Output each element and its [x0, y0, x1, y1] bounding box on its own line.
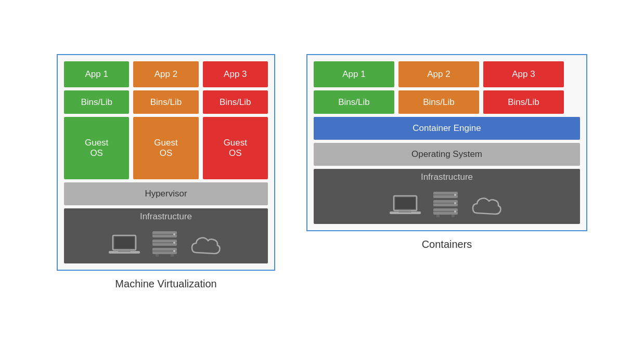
vm-infrastructure-label: Infrastructure — [140, 211, 192, 222]
vm-app2: App 2 — [133, 61, 198, 87]
vm-app1: App 1 — [64, 61, 129, 87]
svg-rect-1 — [114, 237, 134, 248]
cloud-icon — [189, 234, 223, 257]
ct-app2: App 2 — [398, 61, 479, 87]
ct-server-icon — [431, 191, 460, 218]
ct-infra-icons — [390, 186, 504, 220]
svg-rect-14 — [171, 254, 174, 257]
operating-system: Operating System — [314, 143, 580, 166]
container-engine: Container Engine — [314, 117, 580, 140]
svg-rect-3 — [118, 250, 131, 252]
vm-bins2: Bins/Lib — [133, 90, 198, 114]
svg-point-21 — [454, 194, 456, 196]
server-icon — [150, 230, 179, 257]
svg-rect-13 — [156, 254, 159, 257]
svg-point-9 — [173, 242, 175, 244]
ct-bins-row: Bins/Lib Bins/Lib Bins/Lib — [314, 90, 580, 114]
ct-cloud-icon — [470, 194, 504, 218]
vm-infrastructure-bar: Infrastructure — [64, 208, 268, 263]
svg-rect-29 — [452, 215, 455, 217]
vm-label: Machine Virtualization — [115, 278, 216, 290]
vm-hypervisor: Hypervisor — [64, 182, 268, 205]
vm-guest-row: Guest OS Guest OS Guest OS — [64, 117, 268, 179]
svg-rect-18 — [399, 210, 411, 213]
vm-bins-row: Bins/Lib Bins/Lib Bins/Lib — [64, 90, 268, 114]
svg-point-24 — [454, 202, 456, 204]
svg-point-27 — [454, 210, 456, 213]
ct-laptop-icon — [390, 193, 421, 218]
svg-rect-16 — [395, 197, 415, 209]
vm-app-row: App 1 App 2 App 3 — [64, 61, 268, 87]
ct-app3: App 3 — [483, 61, 564, 87]
svg-rect-28 — [436, 215, 440, 217]
vm-guest3: Guest OS — [203, 117, 268, 179]
ct-bins3: Bins/Lib — [483, 90, 564, 114]
vm-bins3: Bins/Lib — [203, 90, 268, 114]
ct-app1: App 1 — [314, 61, 394, 87]
ct-infrastructure-bar: Infrastructure — [314, 169, 580, 224]
svg-point-6 — [173, 233, 175, 235]
containers-label: Containers — [422, 239, 472, 250]
ct-bins1: Bins/Lib — [314, 90, 394, 114]
vm-diagram: App 1 App 2 App 3 Bins/Lib Bins/Lib Bins… — [57, 54, 275, 290]
laptop-icon — [109, 232, 140, 257]
vm-guest1: Guest OS — [64, 117, 129, 179]
svg-point-12 — [173, 250, 175, 252]
vm-infra-icons — [109, 225, 223, 259]
ct-app-row: App 1 App 2 App 3 — [314, 61, 580, 87]
containers-diagram: App 1 App 2 App 3 Bins/Lib Bins/Lib Bins… — [306, 54, 587, 250]
vm-app3: App 3 — [203, 61, 268, 87]
ct-bins2: Bins/Lib — [398, 90, 479, 114]
ct-infrastructure-label: Infrastructure — [421, 172, 473, 182]
vm-guest2: Guest OS — [133, 117, 198, 179]
vm-bins1: Bins/Lib — [64, 90, 129, 114]
